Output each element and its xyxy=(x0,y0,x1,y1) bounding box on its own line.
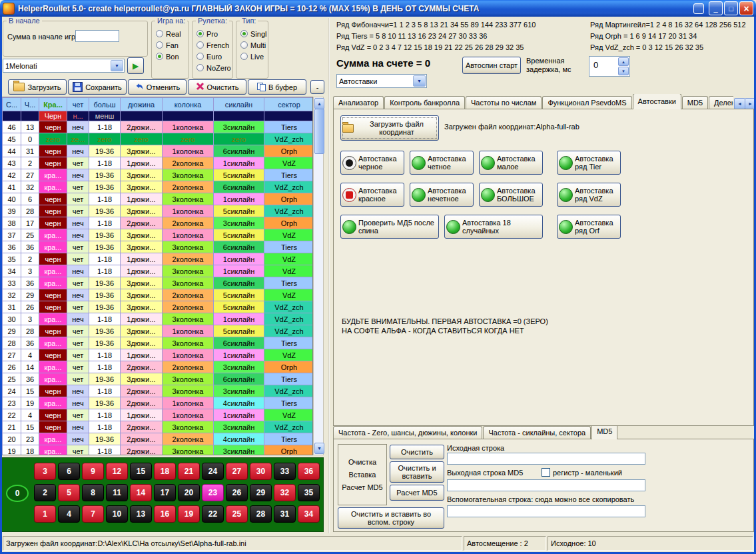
spin-cell[interactable]: 1колонка xyxy=(163,229,214,241)
spin-cell[interactable]: 22 xyxy=(3,409,21,421)
board-number-36[interactable]: 36 xyxy=(298,463,320,480)
spin-cell[interactable]: 2дюжи... xyxy=(121,397,163,409)
spin-cell[interactable]: 3дюжи... xyxy=(121,181,163,193)
board-number-0[interactable]: 0 xyxy=(6,485,29,502)
board-number-23[interactable]: 23 xyxy=(202,484,224,501)
spin-row[interactable]: 450zeroze...zerozerozerozeroVdZ_zch xyxy=(3,133,314,145)
spin-cell[interactable]: 23 xyxy=(3,397,21,409)
md5-source-input[interactable] xyxy=(447,453,645,465)
autobet-button[interactable]: Автоставка ряд VdZ xyxy=(557,183,621,207)
spin-cell[interactable]: черн xyxy=(39,289,67,301)
table-scrollbar[interactable]: ▲ ▼ xyxy=(313,97,324,455)
spin-cell[interactable]: 2дюжи... xyxy=(121,385,163,397)
spin-cell[interactable]: 3колонка xyxy=(163,169,214,181)
spin-cell[interactable]: кра... xyxy=(39,229,67,241)
spin-cell[interactable]: 2дюжи... xyxy=(121,445,163,456)
spin-cell[interactable]: черн xyxy=(39,253,67,265)
spin-cell[interactable]: 3сиклайн xyxy=(214,421,264,433)
md5-output-input[interactable] xyxy=(447,479,645,491)
spin-row[interactable]: 352чернчет1-181дюжи...2колонка1сиклайнVd… xyxy=(3,253,314,265)
autobet-button[interactable]: Автоставка красное xyxy=(340,183,404,207)
board-number-35[interactable]: 35 xyxy=(298,484,320,501)
spin-cell[interactable]: 1-18 xyxy=(89,385,121,397)
md5-clear-button[interactable]: Очистить xyxy=(390,445,444,459)
spin-cell[interactable]: 1колонка xyxy=(163,397,214,409)
board-number-11[interactable]: 11 xyxy=(106,484,128,501)
spin-cell[interactable]: Tiers xyxy=(264,397,314,409)
spin-row[interactable]: 406чернчет1-181дюжи...3колонка1сиклайнOr… xyxy=(3,193,314,205)
spin-cell[interactable]: 17 xyxy=(21,217,39,229)
radio-option-Multi[interactable]: Multi xyxy=(240,39,266,51)
autobet-button[interactable]: Автоставка четное xyxy=(410,151,474,175)
spin-cell[interactable]: 20 xyxy=(3,433,21,445)
spin-cell[interactable]: 4 xyxy=(21,349,39,361)
spin-cell[interactable]: чет xyxy=(67,277,89,289)
spin-cell[interactable]: кра... xyxy=(39,337,67,349)
tab-Анализатор[interactable]: Анализатор xyxy=(333,96,384,109)
autospin-start-button[interactable]: Автоспин старт xyxy=(462,57,521,74)
spin-cell[interactable]: чет xyxy=(67,373,89,385)
spin-cell[interactable]: 1дюжи... xyxy=(121,157,163,169)
spin-row[interactable]: 2928чернчет19-363дюжи...1колонка5сиклайн… xyxy=(3,325,314,337)
spin-cell[interactable]: 6сиклайн xyxy=(214,241,264,253)
spin-cell[interactable]: VdZ xyxy=(264,253,314,265)
spin-cell[interactable]: 3колонка xyxy=(163,373,214,385)
spin-cell[interactable]: 3дюжи... xyxy=(121,205,163,217)
spin-cell[interactable]: 5сиклайн xyxy=(214,301,264,313)
spin-cell[interactable]: 3колонка xyxy=(163,265,214,277)
spin-cell[interactable]: 43 xyxy=(3,157,21,169)
spin-cell[interactable]: 32 xyxy=(3,289,21,301)
spin-cell[interactable]: 38 xyxy=(3,217,21,229)
spin-cell[interactable]: 6сиклайн xyxy=(214,145,264,157)
spin-cell[interactable]: неч xyxy=(67,265,89,277)
spin-cell[interactable]: неч xyxy=(67,313,89,325)
spin-cell[interactable]: 33 xyxy=(3,277,21,289)
spin-cell[interactable]: 3дюжи... xyxy=(121,289,163,301)
spin-cell[interactable]: Tiers xyxy=(264,277,314,289)
radio-option-NoZero[interactable]: NoZero xyxy=(196,62,231,73)
spin-cell[interactable]: 19-36 xyxy=(89,373,121,385)
board-number-26[interactable]: 26 xyxy=(226,484,248,501)
spin-cell[interactable]: VdZ_zch xyxy=(264,301,314,313)
spin-cell[interactable]: 2колонка xyxy=(163,361,214,373)
spin-cell[interactable]: 1колонка xyxy=(163,145,214,157)
spin-cell[interactable]: неч xyxy=(67,433,89,445)
spin-cell[interactable]: 31 xyxy=(21,145,39,157)
spin-cell[interactable]: неч xyxy=(67,145,89,157)
spin-cell[interactable]: 45 xyxy=(3,133,21,145)
spin-cell[interactable]: 1-18 xyxy=(89,157,121,169)
spin-cell[interactable]: VdZ xyxy=(264,265,314,277)
board-number-9[interactable]: 9 xyxy=(82,463,104,480)
spin-cell[interactable]: 1-18 xyxy=(89,217,121,229)
spin-row[interactable]: 4227кра...неч19-363дюжи...3колонка5сикла… xyxy=(3,169,314,181)
load-coordinates-button[interactable]: Загрузить файл координат xyxy=(340,115,439,141)
spin-cell[interactable]: кра... xyxy=(39,181,67,193)
clear-button[interactable]: Очистить xyxy=(188,79,246,95)
maximize-button[interactable]: □ xyxy=(724,1,738,15)
spin-row[interactable]: 2023кра...неч19-362дюжи...2колонка4сикла… xyxy=(3,433,314,445)
spin-cell[interactable]: 3сиклайн xyxy=(214,385,264,397)
board-number-13[interactable]: 13 xyxy=(130,505,152,523)
spin-cell[interactable]: 36 xyxy=(21,337,39,349)
spin-row[interactable]: 4431черннеч19-363дюжи...1колонка6сиклайн… xyxy=(3,145,314,157)
spin-row[interactable]: 2115черннеч1-182дюжи...3колонка3сиклайнV… xyxy=(3,421,314,433)
spin-cell[interactable]: 4 xyxy=(21,409,39,421)
spin-cell[interactable]: Tiers xyxy=(264,433,314,445)
board-number-30[interactable]: 30 xyxy=(250,463,272,480)
spin-cell[interactable]: 6сиклайн xyxy=(214,337,264,349)
spin-cell[interactable]: 14 xyxy=(21,361,39,373)
radio-option-French[interactable]: French xyxy=(196,39,231,51)
spin-cell[interactable]: 37 xyxy=(3,229,21,241)
board-number-3[interactable]: 3 xyxy=(34,463,56,480)
spin-cell[interactable]: 3колонка xyxy=(163,421,214,433)
spin-cell[interactable]: 3сиклайн xyxy=(214,217,264,229)
spin-cell[interactable]: 1сиклайн xyxy=(214,253,264,265)
spin-cell[interactable]: 2колонка xyxy=(163,181,214,193)
spin-cell[interactable]: черн xyxy=(39,145,67,157)
spin-cell[interactable]: 19-36 xyxy=(89,205,121,217)
radio-option-Pro[interactable]: Pro xyxy=(196,28,231,39)
spin-cell[interactable]: 26 xyxy=(21,301,39,313)
spin-cell[interactable]: кра... xyxy=(39,397,67,409)
scroll-up-button[interactable]: ▲ xyxy=(314,98,324,109)
spin-cell[interactable]: неч xyxy=(67,169,89,181)
